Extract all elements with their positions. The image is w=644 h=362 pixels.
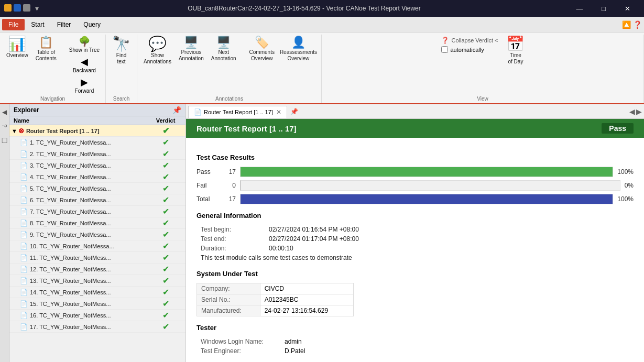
list-item[interactable]: 📄 5. TC_YW_Router_NotMessa... ✔ [9, 183, 185, 194]
test-engineer-row: Test Engineer: D.Patel [197, 346, 309, 356]
menu-file[interactable]: File [2, 19, 25, 30]
item-verdict-9: ✔ [150, 229, 181, 239]
total-bar-fill [241, 194, 613, 204]
time-of-day-button[interactable]: 📅 Time of Day [503, 35, 528, 67]
forward-icon: ▶ [81, 76, 88, 88]
maximize-button[interactable]: □ [592, 0, 616, 17]
item-doc-icon-16: 📄 [20, 312, 28, 319]
ribbon-navigation-items: 📊 Overview 📋 Table of Contents 🌳 Show in… [3, 35, 102, 95]
automatically-checkbox[interactable] [441, 46, 448, 53]
menu-start[interactable]: Start [25, 19, 50, 30]
item-label-10: 10. TC_YW_Router_NotMessa... [30, 243, 150, 249]
list-item[interactable]: 📄 13. TC_YW_Router_NotMess... ✔ [9, 275, 185, 287]
sidebar-btn-2[interactable]: □ [2, 134, 7, 147]
list-item[interactable]: 📄 3. TC_YW_Router_NotMessa... ✔ [9, 160, 185, 171]
item-doc-icon-14: 📄 [20, 289, 28, 296]
menu-filter[interactable]: Filter [51, 19, 78, 30]
item-verdict-13: ✔ [150, 276, 181, 286]
menu-help-icon[interactable]: ❓ [633, 20, 642, 29]
tree-root-verdict: ✔ [150, 126, 181, 136]
system-under-test-table: Company: CIVCD Serial No.: A012345BC Man… [197, 283, 354, 316]
pass-pct: 100% [617, 168, 634, 175]
collapse-section: ❓ Collapse Verdict < automatically [437, 35, 502, 55]
list-item[interactable]: 📄 9. TC_YW_Router_NotMessa... ✔ [9, 229, 185, 240]
reassessments-overview-button[interactable]: 👤 Reassessments Overview [279, 35, 318, 64]
automatically-label: automatically [450, 47, 484, 53]
content-body: Router Test Report [1 .. 17] Pass Test C… [186, 119, 644, 362]
tab-nav-right[interactable]: ▶ [636, 107, 642, 116]
close-button[interactable]: ✕ [616, 0, 640, 17]
minimize-button[interactable]: — [567, 0, 592, 17]
report-title: Router Test Report [1 .. 17] [197, 124, 297, 133]
tree-root[interactable]: ▼ ⊗ Router Test Report [1 .. 17] ✔ [9, 125, 185, 137]
ribbon-annotations-items: 💬 Show Annotations 🖥️ Previous Annotatio… [140, 35, 318, 95]
report-content: Test Case Results Pass 17 100% Fail 0 [186, 138, 644, 362]
ribbon-annotations-label: Annotations [140, 95, 318, 103]
explorer-tree[interactable]: ▼ ⊗ Router Test Report [1 .. 17] ✔ 📄 1. … [9, 125, 185, 362]
menu-query[interactable]: Query [77, 19, 107, 30]
automatically-row[interactable]: automatically [441, 46, 498, 53]
tab-close-button[interactable]: ✕ [276, 108, 281, 116]
show-tree-button[interactable]: 🌳 Show in Tree [67, 35, 102, 54]
list-item[interactable]: 📄 6. TC_YW_Router_NotMessa... ✔ [9, 194, 185, 206]
tab-nav-left[interactable]: ◀ [629, 107, 635, 116]
list-item[interactable]: 📄 17. TC_YW_Router_NotMess... ✔ [9, 321, 185, 333]
toc-button[interactable]: 📋 Table of Contents [32, 35, 60, 64]
explorer-pin-icon[interactable]: 📌 [172, 106, 181, 114]
show-annotations-button[interactable]: 💬 Show Annotations [140, 35, 174, 67]
test-engineer-label: Test Engineer: [197, 346, 280, 356]
list-item[interactable]: 📄 8. TC_YW_Router_NotMessa... ✔ [9, 217, 185, 229]
tab-icon: 📄 [194, 108, 202, 116]
item-verdict-2: ✔ [150, 149, 181, 159]
test-begin-row: Test begin: 02/27/2024 01:16:54 PM +08:0… [197, 225, 634, 234]
item-label-2: 2. TC_YW_Router_NotMessa... [30, 151, 150, 157]
list-item[interactable]: 📄 16. TC_YW_Router_NotMess... ✔ [9, 310, 185, 321]
item-doc-icon-5: 📄 [20, 185, 28, 192]
sidebar-collapse-btn[interactable]: ◀ [2, 106, 7, 118]
backward-icon: ◀ [81, 56, 88, 68]
list-item[interactable]: 📄 12. TC_YW_Router_NotMess... ✔ [9, 264, 185, 275]
system-under-test-heading: System Under Test [197, 270, 634, 278]
ribbon-search-label: Search [109, 95, 134, 103]
next-annotation-button[interactable]: 🖥️ Next Annotation [208, 35, 239, 64]
list-item[interactable]: 📄 14. TC_YW_Router_NotMess... ✔ [9, 287, 185, 298]
list-item[interactable]: 📄 4. TC_YW_Router_NotMessa... ✔ [9, 171, 185, 183]
find-text-button[interactable]: 🔭 Find text [109, 35, 134, 67]
item-doc-icon-10: 📄 [20, 243, 28, 250]
item-label-12: 12. TC_YW_Router_NotMess... [30, 266, 150, 272]
list-item[interactable]: 📄 10. TC_YW_Router_NotMessa... ✔ [9, 240, 185, 252]
item-verdict-16: ✔ [150, 310, 181, 320]
comments-overview-button[interactable]: 🏷️ Comments Overview [246, 35, 278, 64]
window-controls[interactable]: — □ ✕ [567, 0, 640, 17]
serial-value: A012345BC [260, 294, 353, 305]
binoculars-icon: 🔭 [112, 37, 130, 51]
test-begin-label: Test begin: [197, 225, 265, 234]
item-verdict-14: ✔ [150, 287, 181, 297]
total-row: Total 17 100% [197, 194, 634, 204]
forward-button[interactable]: ▶ Forward [67, 75, 102, 95]
menu-collapse-icon[interactable]: 🔼 [622, 20, 631, 29]
item-label-5: 5. TC_YW_Router_NotMessa... [30, 185, 150, 192]
list-item[interactable]: 📄 11. TC_YW_Router_NotMess... ✔ [9, 252, 185, 264]
active-tab[interactable]: 📄 Router Test Report [1 .. 17] ✕ [188, 106, 287, 118]
duration-label: Duration: [197, 244, 265, 253]
ribbon-view-label: View [325, 95, 640, 103]
item-label-1: 1. TC_YW_Router_NotMessa... [30, 139, 150, 146]
tester-heading: Tester [197, 324, 634, 332]
list-item[interactable]: 📄 1. TC_YW_Router_NotMessa... ✔ [9, 137, 185, 148]
backward-button[interactable]: ◀ Backward [67, 55, 102, 74]
list-item[interactable]: 📄 2. TC_YW_Router_NotMessa... ✔ [9, 148, 185, 160]
ribbon-group-annotations: 💬 Show Annotations 🖥️ Previous Annotatio… [137, 35, 322, 103]
previous-annotation-button[interactable]: 🖥️ Previous Annotation [176, 35, 207, 64]
item-verdict-6: ✔ [150, 195, 181, 205]
list-item[interactable]: 📄 7. TC_YW_Router_NotMessa... ✔ [9, 206, 185, 217]
list-item[interactable]: 📄 15. TC_YW_Router_NotMess... ✔ [9, 298, 185, 310]
next-annotation-icon: 🖥️ [216, 37, 231, 48]
item-doc-icon-9: 📄 [20, 231, 28, 238]
overview-button[interactable]: 📊 Overview [3, 35, 31, 61]
ribbon-nav-label: Navigation [3, 95, 102, 103]
company-value: CIVCD [260, 283, 353, 294]
total-label: Total [197, 195, 223, 203]
sidebar-btn-1[interactable]: ? [2, 122, 8, 129]
tab-pin-button[interactable]: 📌 [290, 108, 298, 115]
